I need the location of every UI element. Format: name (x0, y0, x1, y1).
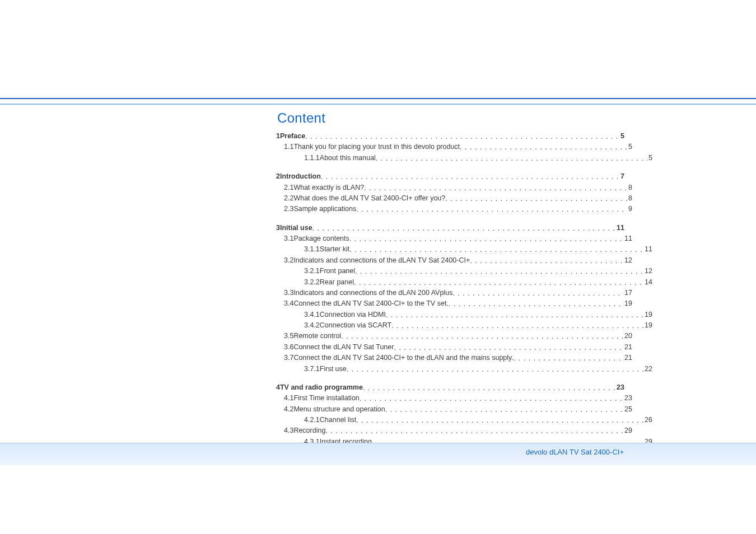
toc-page: 14 (643, 277, 652, 288)
toc-dots (364, 183, 627, 194)
toc-label: Indicators and connections of the dLAN T… (293, 255, 470, 266)
toc-dots (363, 383, 615, 394)
toc-label: Connect the dLAN TV Sat Tuner (293, 342, 394, 353)
toc-num: 2.3 (284, 204, 293, 214)
toc-entry: 3.5 Remote control 20 (284, 331, 632, 341)
toc-num: 3.7 (284, 353, 293, 363)
toc-section-2: 2 Introduction 7 2.1 What exactly is dLA… (276, 171, 624, 215)
toc-entry: 3.7 Connect the dLAN TV Sat 2400-CI+ to … (284, 353, 632, 363)
page-title: Content (277, 110, 325, 126)
toc-label: What exactly is dLAN? (293, 182, 364, 193)
toc-label: Sample applications (293, 204, 356, 214)
toc-dots (356, 204, 627, 215)
toc-entry: 4.1 First Time installation 23 (284, 393, 632, 404)
table-of-contents: 1 Preface 5 1.1 Thank you for placing yo… (276, 131, 624, 466)
toc-num: 4.2.1 (304, 415, 320, 425)
toc-num: 4.3 (284, 425, 293, 436)
toc-dots (460, 142, 627, 153)
toc-page: 26 (643, 415, 652, 425)
toc-page: 9 (627, 204, 632, 214)
toc-label: Starter kit (320, 244, 350, 255)
toc-label: Indicators and connections of the dLAN 2… (293, 288, 452, 298)
toc-page: 12 (643, 266, 652, 277)
toc-dots (391, 321, 643, 331)
toc-page: 29 (623, 425, 632, 436)
header-rule (0, 98, 756, 105)
toc-entry: 4.2.1 Channel list 26 (304, 415, 652, 425)
toc-dots (321, 172, 619, 182)
toc-num: 3.2.1 (304, 266, 320, 277)
toc-entry: 3.3 Indicators and connections of the dL… (284, 288, 632, 298)
toc-dots (349, 245, 643, 255)
toc-dots (355, 266, 643, 277)
toc-dots (354, 278, 643, 288)
toc-page: 23 (623, 393, 632, 404)
toc-entry: 3 Initial use 11 (276, 223, 624, 233)
toc-page: 20 (623, 331, 632, 341)
toc-entry: 3.4.1 Connection via HDMI 19 (304, 310, 652, 320)
toc-page: 8 (627, 193, 632, 204)
toc-label: What does the dLAN TV Sat 2400-CI+ offer… (293, 193, 445, 204)
toc-entry: 3.7.1 First use 22 (304, 364, 652, 374)
toc-label: Package contents (293, 233, 349, 244)
toc-dots (386, 310, 643, 321)
toc-entry: 3.2 Indicators and connections of the dL… (284, 255, 632, 266)
toc-label: Channel list (320, 415, 356, 425)
toc-page: 5 (619, 131, 624, 142)
toc-page: 19 (643, 320, 652, 331)
toc-entry: 2.3 Sample applications 9 (284, 204, 632, 214)
toc-label: Menu structure and operation (293, 404, 385, 415)
toc-dots (376, 153, 647, 164)
toc-num: 3.6 (284, 342, 293, 353)
toc-num: 3.4 (284, 298, 293, 309)
toc-label: TV and radio programme (280, 382, 363, 393)
toc-page: 25 (623, 404, 632, 415)
toc-entry: 4.2 Menu structure and operation 25 (284, 404, 632, 415)
toc-num: 3.4.1 (304, 310, 320, 320)
toc-entry: 3.2.2 Rear panel 14 (304, 277, 652, 288)
toc-label: Rear panel (320, 277, 354, 288)
toc-label: First use (320, 364, 347, 374)
toc-label: Front panel (320, 266, 355, 277)
header-rule-light (0, 104, 756, 105)
toc-dots (312, 223, 615, 234)
toc-dots (360, 394, 623, 404)
toc-num: 3.2 (284, 255, 293, 266)
toc-label: Connection via SCART (320, 320, 391, 331)
toc-entry: 1 Preface 5 (276, 131, 624, 142)
toc-entry: 1.1.1 About this manual 5 (304, 153, 652, 163)
toc-entry: 3.1 Package contents 11 (284, 233, 632, 244)
toc-num: 3.1.1 (304, 244, 320, 255)
toc-dots (452, 288, 623, 299)
toc-page: 11 (615, 223, 624, 233)
toc-label: Recording (293, 425, 325, 436)
toc-num: 3 (276, 223, 280, 233)
toc-num: 4 (276, 382, 280, 393)
toc-entry: 1.1 Thank you for placing your trust in … (284, 142, 632, 152)
toc-page: 12 (623, 255, 632, 266)
toc-page: 19 (623, 298, 632, 309)
toc-num: 2.2 (284, 193, 293, 204)
toc-page: 5 (627, 142, 632, 152)
toc-num: 3.7.1 (304, 364, 320, 374)
toc-num: 2 (276, 171, 280, 182)
toc-entry: 2.1 What exactly is dLAN? 8 (284, 182, 632, 193)
toc-dots (385, 405, 623, 415)
toc-dots (305, 132, 619, 142)
toc-dots (356, 415, 643, 426)
toc-dots (347, 364, 643, 375)
toc-page: 17 (623, 288, 632, 298)
toc-page: 19 (643, 310, 652, 320)
toc-label: About this manual (320, 153, 376, 163)
toc-label: First Time installation (293, 393, 359, 404)
header-rule-dark (0, 98, 756, 99)
toc-entry: 3.4 Connect the dLAN TV Sat 2400-CI+ to … (284, 298, 632, 309)
toc-num: 4.2 (284, 404, 293, 415)
toc-entry: 3.1.1 Starter kit 11 (304, 244, 652, 255)
toc-entry: 4 TV and radio programme 23 (276, 382, 624, 393)
toc-dots (470, 256, 623, 266)
toc-page: 22 (643, 364, 652, 374)
toc-entry: 2 Introduction 7 (276, 171, 624, 182)
toc-label: Connect the dLAN TV Sat 2400-CI+ to the … (293, 298, 448, 309)
footer-band (0, 443, 756, 465)
